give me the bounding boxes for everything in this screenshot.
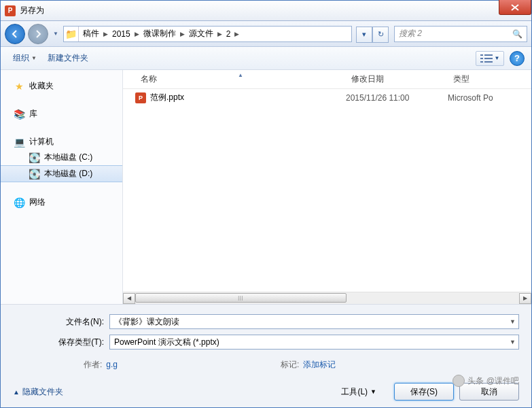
svg-rect-5 [484, 61, 493, 63]
close-button[interactable] [499, 0, 531, 15]
sidebar-disk-c[interactable]: 💽本地磁盘 (C:) [1, 150, 122, 165]
nav-history-dropdown[interactable]: ▼ [51, 24, 60, 44]
view-options-button[interactable]: ▼ [476, 51, 504, 66]
search-input[interactable]: 搜索 2 🔍 [394, 26, 527, 42]
sidebar-network[interactable]: 🌐网络 [1, 194, 122, 210]
svg-rect-0 [480, 54, 483, 56]
file-date: 2015/11/26 11:00 [346, 93, 448, 103]
library-icon: 📚 [13, 109, 25, 120]
computer-icon: 💻 [13, 137, 25, 148]
filetype-select[interactable]: PowerPoint 演示文稿 (*.pptx)▼ [109, 335, 519, 350]
filetype-label: 保存类型(T): [13, 337, 109, 348]
powerpoint-icon: P [5, 5, 16, 16]
search-icon: 🔍 [512, 29, 522, 39]
breadcrumb-seg[interactable]: 微课制作 [141, 27, 179, 41]
tags-label: 标记: [281, 360, 299, 369]
scroll-track[interactable]: ||| [135, 293, 519, 304]
sidebar-libraries[interactable]: 📚库 [1, 106, 122, 122]
back-button[interactable] [5, 24, 25, 44]
sidebar: ★收藏夹 📚库 💻计算机 💽本地磁盘 (C:) 💽本地磁盘 (D:) 🌐网络 [1, 70, 123, 304]
svg-rect-1 [484, 54, 493, 56]
window-title: 另存为 [20, 5, 44, 16]
chevron-up-icon: ▲ [13, 388, 20, 396]
sidebar-disk-d[interactable]: 💽本地磁盘 (D:) [1, 165, 122, 182]
column-headers: 名称▲ 修改日期 类型 [123, 70, 531, 89]
star-icon: ★ [13, 81, 25, 92]
forward-button[interactable] [28, 24, 48, 44]
navbar: ▼ 📁 稿件▶ 2015▶ 微课制作▶ 源文件▶ 2▶ ▾ ↻ 搜索 2 🔍 [1, 21, 531, 47]
col-date[interactable]: 修改日期 [346, 73, 448, 85]
breadcrumb-seg[interactable]: 2 [224, 27, 234, 41]
new-folder-button[interactable]: 新建文件夹 [42, 50, 94, 67]
svg-rect-4 [480, 61, 483, 63]
refresh-button[interactable]: ↻ [372, 27, 389, 43]
folder-icon: 📁 [64, 27, 79, 41]
svg-rect-2 [480, 58, 483, 59]
breadcrumb-seg[interactable]: 2015 [109, 27, 133, 41]
pptx-icon: P [135, 92, 146, 103]
scroll-left-button[interactable]: ◀ [123, 293, 135, 304]
author-label: 作者: [84, 360, 102, 369]
file-row[interactable]: P范例.pptx 2015/11/26 11:00 Microsoft Po [123, 89, 531, 106]
scroll-right-button[interactable]: ▶ [519, 293, 531, 304]
breadcrumb[interactable]: 📁 稿件▶ 2015▶ 微课制作▶ 源文件▶ 2▶ [63, 26, 352, 42]
disk-icon: 💽 [28, 152, 40, 163]
save-button[interactable]: 保存(S) [394, 383, 454, 401]
tags-value[interactable]: 添加标记 [303, 360, 336, 369]
filename-label: 文件名(N): [13, 316, 109, 328]
bottom-panel: 文件名(N): 《背影》课文朗读▼ 保存类型(T): PowerPoint 演示… [1, 304, 531, 407]
search-placeholder: 搜索 2 [399, 28, 422, 39]
tools-menu[interactable]: 工具(L)▼ [341, 386, 376, 398]
chevron-down-icon[interactable]: ▼ [510, 339, 516, 345]
body: ★收藏夹 📚库 💻计算机 💽本地磁盘 (C:) 💽本地磁盘 (D:) 🌐网络 名… [1, 70, 531, 304]
col-name[interactable]: 名称▲ [135, 73, 346, 85]
disk-icon: 💽 [28, 169, 40, 180]
file-name: 范例.pptx [150, 92, 184, 103]
titlebar: P 另存为 [1, 1, 531, 21]
toolbar: 组织▼ 新建文件夹 ▼ ? [1, 47, 531, 70]
hide-folders-toggle[interactable]: ▲隐藏文件夹 [13, 386, 63, 398]
file-pane: 名称▲ 修改日期 类型 P范例.pptx 2015/11/26 11:00 Mi… [123, 70, 531, 304]
help-button[interactable]: ? [510, 51, 525, 66]
svg-rect-3 [484, 58, 493, 59]
sidebar-computer[interactable]: 💻计算机 [1, 134, 122, 150]
organize-menu[interactable]: 组织▼ [7, 50, 42, 67]
col-type[interactable]: 类型 [448, 73, 531, 85]
file-type: Microsoft Po [448, 93, 531, 103]
breadcrumb-seg[interactable]: 源文件 [186, 27, 216, 41]
scroll-thumb[interactable]: ||| [135, 293, 347, 303]
filename-input[interactable]: 《背影》课文朗读▼ [109, 314, 519, 329]
save-as-dialog: P 另存为 ▼ 📁 稿件▶ 2015▶ 微课制作▶ 源文件▶ 2▶ ▾ ↻ 搜索… [0, 0, 532, 408]
author-value[interactable]: g.g [106, 360, 118, 369]
breadcrumb-dropdown-button[interactable]: ▾ [356, 27, 372, 43]
cancel-button[interactable]: 取消 [459, 383, 519, 401]
sidebar-favorites[interactable]: ★收藏夹 [1, 78, 122, 94]
horizontal-scrollbar[interactable]: ◀ ||| ▶ [123, 292, 531, 304]
breadcrumb-seg[interactable]: 稿件 [80, 27, 102, 41]
chevron-down-icon[interactable]: ▼ [510, 318, 516, 325]
file-list[interactable]: P范例.pptx 2015/11/26 11:00 Microsoft Po [123, 89, 531, 292]
network-icon: 🌐 [13, 197, 25, 208]
